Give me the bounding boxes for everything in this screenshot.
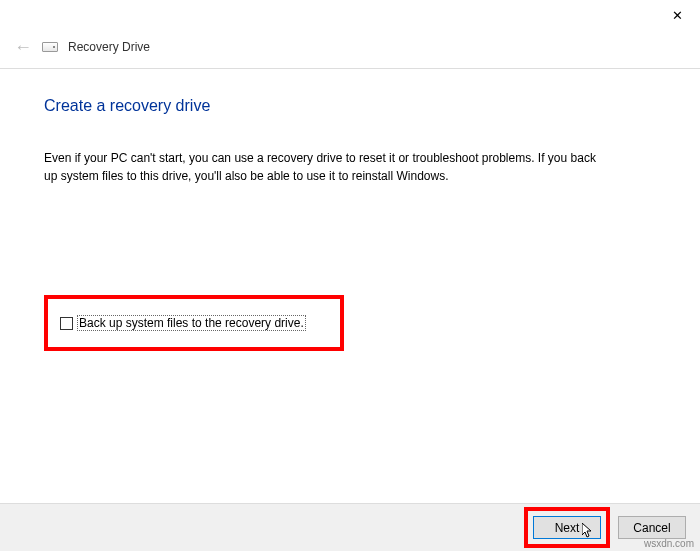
header-title: Recovery Drive <box>68 40 150 54</box>
drive-icon <box>42 42 58 52</box>
checkbox-highlight-box: Back up system files to the recovery dri… <box>44 295 344 351</box>
close-button[interactable]: ✕ <box>655 0 700 30</box>
content-area: Create a recovery drive Even if your PC … <box>0 69 700 351</box>
wizard-footer: Next Cancel <box>0 503 700 551</box>
wizard-header: ← Recovery Drive <box>0 30 700 69</box>
back-arrow-icon: ← <box>14 38 32 56</box>
backup-checkbox-label[interactable]: Back up system files to the recovery dri… <box>77 315 306 331</box>
close-icon: ✕ <box>672 8 683 23</box>
next-button[interactable]: Next <box>533 516 601 539</box>
cursor-icon <box>582 523 594 539</box>
cancel-button[interactable]: Cancel <box>618 516 686 539</box>
watermark: wsxdn.com <box>644 538 694 549</box>
backup-checkbox[interactable] <box>60 317 73 330</box>
page-title: Create a recovery drive <box>44 97 656 115</box>
next-button-highlight: Next <box>524 507 610 548</box>
cancel-button-label: Cancel <box>633 521 670 535</box>
titlebar: ✕ <box>0 0 700 30</box>
next-button-label: Next <box>555 521 580 535</box>
description-text: Even if your PC can't start, you can use… <box>44 149 604 185</box>
